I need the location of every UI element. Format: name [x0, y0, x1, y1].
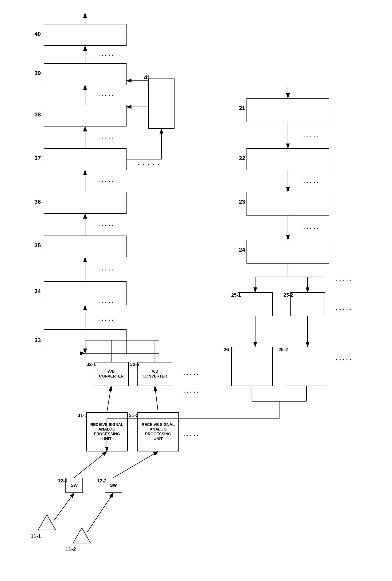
svg-marker-60 — [38, 515, 56, 530]
svg-marker-61 — [73, 528, 90, 543]
label-22: 22 — [239, 155, 245, 162]
antenna-11-1 — [38, 515, 56, 532]
block-31-1: RECEIVE SIGNALANALOG PROCESSINGUNIT — [86, 412, 128, 452]
antenna-11-2 — [73, 528, 90, 545]
block-39 — [44, 63, 126, 85]
svg-line-50 — [114, 452, 158, 478]
label-24: 24 — [239, 246, 245, 253]
label-40: 40 — [34, 30, 41, 37]
svg-text:. . . . .: . . . . . — [183, 387, 198, 394]
label-37: 37 — [34, 155, 41, 162]
label-32-1: 32-1 — [86, 362, 96, 367]
svg-text:. . . . .: . . . . . — [98, 177, 114, 183]
svg-line-51 — [54, 493, 74, 521]
block-32-2: A/DCONVERTER — [138, 362, 172, 386]
svg-text:. . . . .: . . . . . — [303, 132, 318, 139]
svg-line-45 — [107, 386, 111, 412]
block-32-1: A/DCONVERTER — [94, 362, 129, 386]
block-sw-12-2: SW — [105, 478, 122, 493]
block-41 — [148, 78, 174, 129]
block-26-1 — [231, 347, 273, 386]
block-24 — [246, 240, 330, 264]
svg-line-46 — [155, 386, 158, 412]
svg-text:. . . . .: . . . . . — [336, 276, 351, 283]
label-35: 35 — [34, 242, 41, 249]
svg-text:. . . . .: . . . . . — [336, 354, 351, 361]
svg-text:. . . . .: . . . . . — [98, 265, 114, 272]
svg-text:. . . . .: . . . . . — [183, 370, 198, 376]
block-25-2 — [290, 292, 325, 316]
label-11-2: 11-2 — [66, 546, 76, 553]
block-23 — [246, 192, 330, 216]
block-33 — [44, 329, 126, 353]
label-32-2: 32-2 — [130, 362, 140, 367]
svg-text:. . . . .: . . . . . — [336, 304, 351, 311]
svg-line-49 — [74, 452, 107, 478]
block-35 — [44, 236, 126, 257]
svg-text:. . . . .: . . . . . — [98, 315, 114, 322]
block-31-2: RECEIVE SIGNALANALOG PROCESSINGUNIT — [138, 412, 179, 452]
label-23: 23 — [239, 198, 245, 205]
label-25-2: 25-2 — [284, 292, 293, 298]
block-25-1 — [238, 292, 273, 316]
block-22 — [246, 148, 330, 170]
label-38: 38 — [34, 111, 41, 118]
label-31-2: 31-2 — [129, 413, 138, 418]
label-12-1: 12-1 — [58, 478, 68, 484]
label-12-2: 12-2 — [97, 478, 107, 484]
dots-37: . . . . . — [138, 159, 160, 166]
svg-text:. . . . .: . . . . . — [98, 50, 114, 57]
label-25-1: 25-1 — [231, 292, 241, 298]
block-26-2 — [286, 347, 327, 386]
svg-text:. . . . .: . . . . . — [98, 133, 114, 140]
label-26-2: 26-2 — [278, 347, 288, 352]
label-21: 21 — [239, 105, 245, 111]
label-33: 33 — [34, 337, 41, 344]
label-41: 41 — [144, 74, 150, 81]
label-34: 34 — [34, 288, 41, 295]
label-11-1: 11-1 — [30, 533, 41, 539]
block-sw-12-1: SW — [66, 478, 83, 493]
label-26-1: 26-1 — [224, 347, 233, 352]
block-38 — [44, 105, 126, 126]
label-31-1: 31-1 — [78, 413, 87, 418]
block-37 — [44, 148, 126, 170]
svg-text:. . . . .: . . . . . — [98, 90, 114, 97]
svg-line-52 — [87, 493, 114, 532]
svg-text:. . . . .: . . . . . — [303, 224, 318, 230]
block-40 — [44, 24, 126, 46]
svg-text:. . . . .: . . . . . — [303, 178, 318, 184]
svg-text:. . . . .: . . . . . — [98, 220, 114, 227]
block-21 — [246, 98, 330, 122]
block-36 — [44, 192, 126, 214]
label-39: 39 — [34, 70, 41, 76]
svg-text:. . . . .: . . . . . — [183, 431, 198, 438]
block-34 — [44, 281, 126, 305]
label-36: 36 — [34, 198, 41, 205]
